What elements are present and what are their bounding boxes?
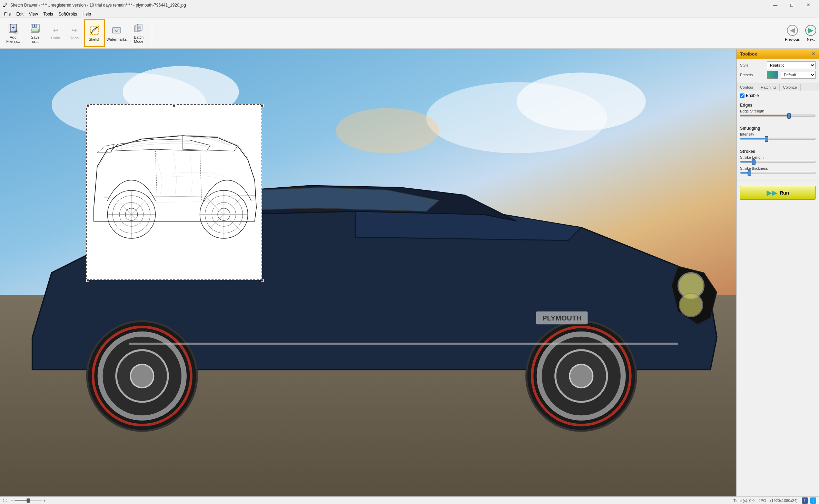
next-button[interactable]: ▶ Next (805, 25, 816, 41)
close-button[interactable]: ✕ (800, 0, 816, 10)
main-area: PLYMOUTH (0, 49, 819, 496)
edge-strength-thumb[interactable] (787, 113, 791, 119)
enable-checkbox[interactable] (740, 93, 744, 98)
add-files-icon (8, 23, 19, 34)
stroke-length-label: Stroke Length (740, 155, 816, 159)
svg-rect-39 (87, 105, 262, 279)
stroke-thickness-thumb[interactable] (748, 170, 751, 176)
statusbar: 1:1 − + Time (s): 0.0 JPG (1920x1080x24)… (0, 496, 819, 504)
redo-label: Redo (70, 36, 79, 40)
selection-handle-tc[interactable] (172, 104, 175, 107)
selection-handle-tl[interactable] (86, 104, 89, 107)
next-label: Next (807, 37, 815, 41)
stroke-thickness-track[interactable] (740, 172, 816, 174)
svg-text:PLYMOUTH: PLYMOUTH (542, 314, 582, 322)
edge-strength-container: Edge Strength (740, 109, 816, 117)
previous-button[interactable]: ◀ Previous (785, 25, 800, 41)
format-label: JPG (759, 498, 766, 503)
stroke-length-track[interactable] (740, 161, 816, 163)
run-icon: ▶▶ (767, 189, 777, 197)
style-section: Style Realistic Cartoon Fine Art Presets… (737, 59, 819, 84)
status-right: Time (s): 0.0 JPG (1920x1080x24) f t (733, 497, 816, 504)
zoom-minus-icon[interactable]: − (11, 498, 13, 503)
zoom-plus-icon[interactable]: + (43, 498, 46, 503)
tab-colorize[interactable]: Colorize (780, 84, 801, 91)
social-icons: f t (802, 497, 816, 504)
tab-contour[interactable]: Contour (737, 84, 757, 91)
intensity-track[interactable] (740, 138, 816, 140)
enable-row: Enable (737, 91, 819, 100)
watermarks-button[interactable]: A Watermarks (106, 19, 127, 47)
sketch-button[interactable]: Sketch (84, 19, 105, 47)
zoom-fill (14, 500, 28, 501)
sketch-label: Sketch (89, 37, 100, 41)
window-title: Sketch Drawer - ****Unregistered version… (10, 3, 767, 8)
presets-label: Presets (740, 73, 764, 77)
smudging-title: Smudging (740, 126, 816, 131)
tab-hatching[interactable]: Hatching (757, 84, 779, 91)
zoom-slider[interactable] (14, 500, 42, 501)
svg-point-26 (679, 293, 702, 316)
zoom-ratio: 1:1 (3, 498, 8, 503)
facebook-icon[interactable]: f (802, 497, 808, 504)
redo-button[interactable]: ↪ Redo (66, 19, 83, 47)
stroke-thickness-container: Stroke thickness (740, 166, 816, 174)
toolbox-close-button[interactable]: ✕ (811, 51, 816, 57)
selection-handle-tr[interactable] (261, 104, 264, 107)
edges-title: Edges (740, 103, 816, 108)
edge-strength-fill (740, 115, 789, 116)
run-button[interactable]: ▶▶ Run (740, 186, 816, 200)
svg-point-23 (517, 72, 646, 130)
toolbox-tabs: Contour Hatching Colorize (737, 84, 819, 91)
toolbox-panel: Toolbox ✕ Style Realistic Cartoon Fine A… (736, 49, 819, 496)
run-label: Run (780, 190, 789, 196)
dimensions-label: (1920x1080x24) (770, 498, 798, 503)
edge-strength-track[interactable] (740, 115, 816, 117)
style-label: Style (740, 63, 764, 67)
menu-tools[interactable]: Tools (41, 11, 56, 17)
edges-section: Edges Edge Strength (737, 100, 819, 123)
toolbar-navigation: ◀ Previous ▶ Next (785, 25, 816, 41)
svg-rect-9 (32, 29, 39, 32)
style-row: Style Realistic Cartoon Fine Art (740, 61, 816, 69)
selection-handle-bl[interactable] (86, 279, 89, 282)
add-files-button[interactable]: Add File(s)... (3, 19, 23, 47)
save-as-icon (30, 23, 41, 34)
zoom-thumb[interactable] (27, 498, 30, 503)
style-select[interactable]: Realistic Cartoon Fine Art (767, 61, 816, 69)
canvas-area[interactable]: PLYMOUTH (0, 49, 736, 496)
svg-point-30 (130, 364, 154, 387)
menu-softorbits[interactable]: SoftOrbits (56, 11, 80, 17)
presets-row: Presets Default Classic Heavy (740, 71, 816, 79)
next-arrow-icon: ▶ (805, 25, 816, 36)
sketch-icon (89, 25, 100, 36)
toolbar-separator (152, 21, 152, 45)
menu-edit[interactable]: Edit (13, 11, 26, 17)
presets-select[interactable]: Default Classic Heavy (781, 71, 816, 79)
minimize-button[interactable]: — (767, 0, 783, 10)
undo-button[interactable]: ↩ Undo (47, 19, 64, 47)
window-controls: — □ ✕ (767, 0, 816, 10)
toolbox-title: Toolbox (740, 51, 757, 57)
twitter-icon[interactable]: t (810, 497, 816, 504)
intensity-thumb[interactable] (765, 136, 768, 142)
svg-point-24 (336, 108, 439, 153)
edge-strength-label: Edge Strength (740, 109, 816, 113)
batch-mode-button[interactable]: Batch Mode (128, 19, 149, 47)
stroke-thickness-label: Stroke thickness (740, 166, 816, 170)
menu-view[interactable]: View (26, 11, 41, 17)
menu-file[interactable]: File (1, 11, 13, 17)
enable-label[interactable]: Enable (746, 93, 759, 98)
watermarks-label: Watermarks (107, 37, 127, 41)
svg-rect-10 (34, 24, 35, 27)
selection-handle-br[interactable] (261, 279, 264, 282)
stroke-length-thumb[interactable] (752, 159, 756, 165)
svg-point-34 (570, 364, 593, 387)
watermarks-icon: A (111, 25, 122, 36)
maximize-button[interactable]: □ (784, 0, 800, 10)
save-as-button[interactable]: Save as... (25, 19, 46, 47)
toolbox-header: Toolbox ✕ (737, 49, 819, 59)
time-label: Time (s): 0.0 (733, 498, 754, 503)
menu-help[interactable]: Help (80, 11, 94, 17)
previous-arrow-icon: ◀ (787, 25, 798, 36)
